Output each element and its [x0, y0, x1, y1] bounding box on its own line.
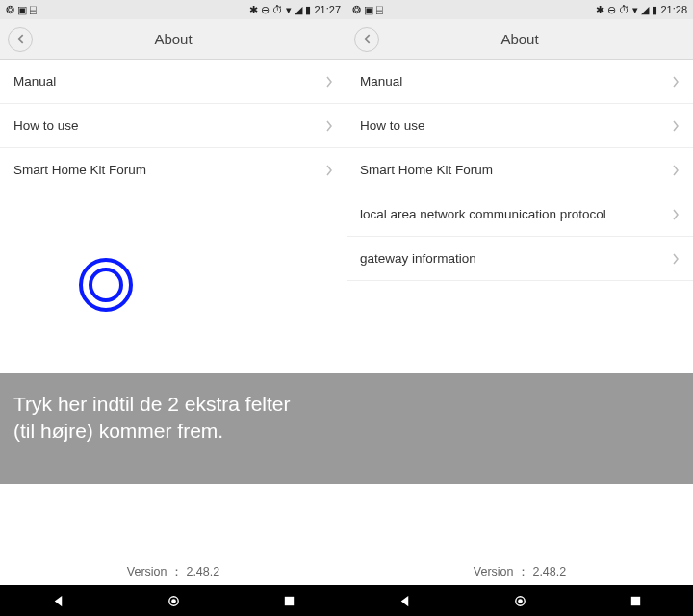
screen-left: ❂ ▣ ⌸ ✱ ⊖ ⏱ ▾ ◢ ▮ 21:27 About Manual [0, 0, 346, 616]
row-howtouse[interactable]: How to use [346, 104, 693, 148]
chevron-right-icon [325, 120, 333, 132]
screen-right: ❂ ▣ ⌸ ✱ ⊖ ⏱ ▾ ◢ ▮ 21:28 About Manual [346, 0, 693, 616]
svg-rect-5 [630, 596, 639, 604]
battery-icon: ▮ [652, 5, 657, 15]
nav-recent-icon[interactable] [629, 594, 643, 608]
status-bar: ❂ ▣ ⌸ ✱ ⊖ ⏱ ▾ ◢ ▮ 21:27 [0, 0, 346, 19]
page-title: About [0, 31, 346, 47]
row-label: How to use [360, 118, 425, 133]
nav-recent-icon[interactable] [282, 594, 296, 608]
version-label: Version ： 2.48.2 [0, 564, 346, 580]
row-howtouse[interactable]: How to use [0, 104, 346, 148]
status-screen-icon: ⌸ [30, 5, 37, 15]
header: About [0, 19, 346, 60]
signal-icon: ◢ [641, 5, 649, 15]
caption-line: Tryk her indtil de 2 ekstra felter [13, 393, 291, 415]
caption-line: (til højre) kommer frem. [13, 420, 223, 442]
chevron-right-icon [325, 165, 333, 176]
status-time: 21:27 [314, 5, 341, 15]
header: About [346, 19, 693, 60]
wifi-icon: ▾ [632, 5, 638, 15]
back-button[interactable] [354, 27, 379, 52]
row-manual[interactable]: Manual [0, 60, 346, 104]
status-image-icon: ▣ [364, 5, 373, 15]
row-forum[interactable]: Smart Home Kit Forum [0, 148, 346, 192]
status-bar: ❂ ▣ ⌸ ✱ ⊖ ⏱ ▾ ◢ ▮ 21:28 [346, 0, 693, 19]
row-label: How to use [13, 118, 79, 133]
status-screen-icon: ⌸ [376, 5, 383, 15]
chevron-right-icon [672, 76, 680, 88]
bluetooth-icon: ✱ [249, 5, 258, 15]
row-label: Manual [13, 74, 56, 89]
nav-home-icon[interactable] [513, 594, 527, 608]
nav-back-icon[interactable] [398, 594, 412, 608]
instruction-caption: Tryk her indtil de 2 ekstra felter (til … [0, 373, 693, 484]
android-navbar [346, 585, 693, 616]
bluetooth-icon: ✱ [596, 5, 604, 15]
back-button[interactable] [8, 27, 33, 52]
svg-point-4 [518, 599, 523, 603]
svg-rect-2 [284, 596, 293, 604]
row-gateway-info[interactable]: gateway information [346, 237, 693, 281]
row-forum[interactable]: Smart Home Kit Forum [346, 148, 693, 192]
signal-icon: ◢ [295, 5, 302, 15]
menu-list: Manual How to use Smart Home Kit Forum [0, 60, 346, 616]
alarm-icon: ⏱ [272, 5, 283, 15]
version-label: Version ： 2.48.2 [346, 564, 693, 580]
row-label: gateway information [360, 251, 476, 266]
chevron-right-icon [325, 76, 333, 88]
android-navbar [0, 585, 346, 616]
nav-back-icon[interactable] [51, 594, 65, 608]
page-title: About [346, 31, 693, 47]
dnd-icon: ⊖ [261, 5, 270, 15]
chevron-right-icon [672, 165, 680, 176]
battery-icon: ▮ [305, 5, 311, 15]
chevron-right-icon [672, 120, 680, 132]
chevron-right-icon [672, 253, 680, 265]
status-globe-icon: ❂ [352, 5, 361, 15]
row-label: local area network communication protoco… [360, 207, 606, 221]
row-manual[interactable]: Manual [346, 60, 693, 104]
status-globe-icon: ❂ [6, 5, 14, 15]
wifi-icon: ▾ [286, 5, 292, 15]
svg-point-1 [171, 599, 176, 603]
alarm-icon: ⏱ [619, 5, 629, 15]
chevron-right-icon [672, 209, 680, 220]
status-time: 21:28 [660, 5, 687, 15]
row-label: Manual [360, 74, 402, 89]
row-label: Smart Home Kit Forum [360, 163, 493, 177]
status-image-icon: ▣ [17, 5, 27, 15]
menu-list: Manual How to use Smart Home Kit Forum l… [346, 60, 693, 616]
row-label: Smart Home Kit Forum [13, 163, 146, 177]
row-lan-protocol[interactable]: local area network communication protoco… [346, 192, 693, 237]
nav-home-icon[interactable] [167, 594, 181, 608]
dnd-icon: ⊖ [607, 5, 616, 15]
